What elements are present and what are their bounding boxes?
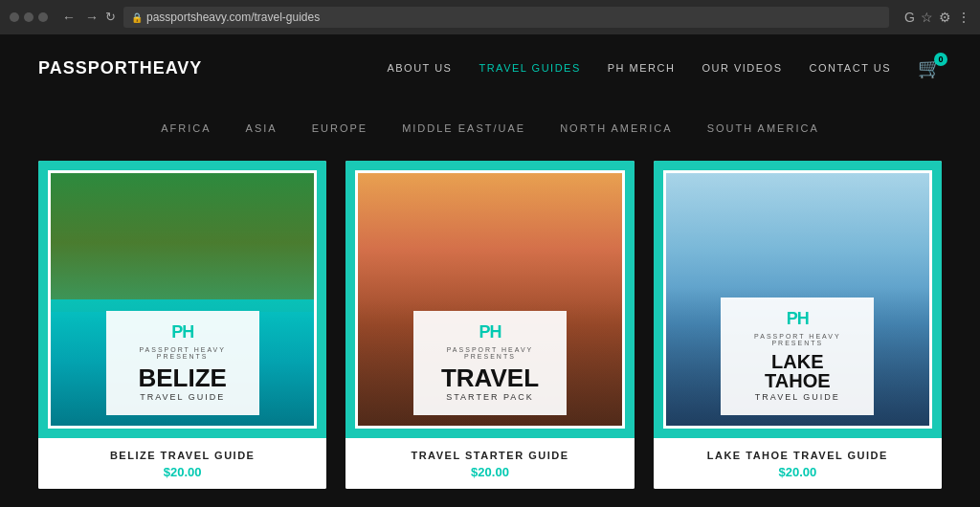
nav-ph-merch[interactable]: PH MERCH — [608, 62, 676, 74]
browser-nav-buttons[interactable]: ← → ↻ — [59, 10, 116, 25]
card-name-tahoe: LAKE TAHOE TRAVEL GUIDE — [663, 450, 932, 461]
url-bar[interactable]: 🔒 passportsheavy.com/travel-guides — [123, 7, 889, 28]
nav-contact-us[interactable]: CONTACT US — [810, 62, 892, 74]
ph-logo-travel: PH — [433, 322, 547, 342]
card-bottom-tahoe: LAKE TAHOE TRAVEL GUIDE $20.00 — [654, 438, 942, 489]
site-nav: ABOUT US TRAVEL GUIDES PH MERCH OUR VIDE… — [387, 56, 942, 79]
bookmark-icon[interactable]: ☆ — [921, 10, 933, 25]
reload-button[interactable]: ↻ — [105, 10, 116, 25]
cat-north-america[interactable]: NORTH AMERICA — [560, 122, 672, 134]
ph-symbol-travel: PH — [479, 322, 501, 342]
logo-suffix: HEAVY — [140, 58, 203, 77]
card-title-tahoe: LAKE TAHOE — [740, 352, 855, 390]
product-card-travel[interactable]: PH PASSPORT HEAVY PRESENTS TRAVEL STARTE… — [345, 161, 634, 489]
cart-badge: 0 — [934, 53, 947, 66]
site-header: PASSPORTHEAVY ABOUT US TRAVEL GUIDES PH … — [0, 34, 980, 101]
presents-text-belize: PASSPORT HEAVY PRESENTS — [125, 346, 240, 360]
card-title-belize: BELIZE — [125, 365, 240, 390]
card-bottom-travel: TRAVEL STARTER GUIDE $20.00 — [345, 438, 634, 489]
card-subtitle-tahoe: TRAVEL GUIDE — [740, 392, 855, 402]
card-title-travel: TRAVEL — [433, 365, 547, 390]
presents-text-tahoe: PASSPORT HEAVY PRESENTS — [740, 333, 855, 346]
category-nav: AFRICA ASIA EUROPE MIDDLE EAST/UAE NORTH… — [0, 101, 980, 151]
cat-asia[interactable]: ASIA — [246, 122, 278, 134]
forward-button[interactable]: → — [82, 10, 101, 25]
products-grid: PH PASSPORT HEAVY PRESENTS BELIZE TRAVEL… — [38, 161, 942, 489]
menu-icon[interactable]: ⋮ — [957, 10, 970, 25]
back-button[interactable]: ← — [59, 10, 78, 25]
card-cover-belize: PH PASSPORT HEAVY PRESENTS BELIZE TRAVEL… — [38, 161, 326, 438]
google-icon: G — [904, 10, 915, 25]
card-price-belize: $20.00 — [48, 465, 317, 479]
card-subtitle-travel: STARTER PACK — [433, 392, 547, 402]
product-card-belize[interactable]: PH PASSPORT HEAVY PRESENTS BELIZE TRAVEL… — [38, 161, 326, 489]
cat-europe[interactable]: EUROPE — [312, 122, 368, 134]
cart-button[interactable]: 🛒 0 — [918, 56, 942, 79]
ph-symbol: PH — [171, 322, 193, 342]
lock-icon: 🔒 — [131, 12, 143, 23]
site-logo[interactable]: PASSPORTHEAVY — [38, 58, 202, 78]
presents-text-travel: PASSPORT HEAVY PRESENTS — [433, 346, 547, 360]
products-section: PH PASSPORT HEAVY PRESENTS BELIZE TRAVEL… — [0, 151, 980, 507]
card-info-box-travel: PH PASSPORT HEAVY PRESENTS TRAVEL STARTE… — [413, 311, 567, 415]
card-cover-travel: PH PASSPORT HEAVY PRESENTS TRAVEL STARTE… — [345, 161, 634, 438]
card-price-tahoe: $20.00 — [663, 465, 932, 479]
ph-logo-belize: PH — [125, 322, 240, 342]
product-card-tahoe[interactable]: PH PASSPORT HEAVY PRESENTS LAKE TAHOE TR… — [654, 161, 942, 489]
card-cover-tahoe: PH PASSPORT HEAVY PRESENTS LAKE TAHOE TR… — [654, 161, 942, 438]
logo-prefix: PASSPORT — [38, 58, 140, 77]
card-info-box-belize: PH PASSPORT HEAVY PRESENTS BELIZE TRAVEL… — [106, 311, 259, 415]
card-info-box-tahoe: PH PASSPORT HEAVY PRESENTS LAKE TAHOE TR… — [721, 298, 874, 415]
browser-chrome: ← → ↻ 🔒 passportsheavy.com/travel-guides… — [0, 0, 980, 34]
cat-africa[interactable]: AFRICA — [161, 122, 211, 134]
url-text: passportsheavy.com/travel-guides — [146, 11, 320, 24]
extensions-icon[interactable]: ⚙ — [939, 10, 951, 25]
nav-our-videos[interactable]: OUR VIDEOS — [702, 62, 782, 74]
nav-about-us[interactable]: ABOUT US — [387, 62, 452, 74]
ph-logo-tahoe: PH — [740, 309, 855, 329]
cat-south-america[interactable]: SOUTH AMERICA — [707, 122, 819, 134]
card-bottom-belize: BELIZE TRAVEL GUIDE $20.00 — [38, 438, 326, 489]
browser-dots — [10, 12, 48, 22]
nav-travel-guides[interactable]: TRAVEL GUIDES — [479, 62, 580, 74]
cat-middle-east[interactable]: MIDDLE EAST/UAE — [402, 122, 525, 134]
card-name-travel: TRAVEL STARTER GUIDE — [355, 450, 624, 461]
card-name-belize: BELIZE TRAVEL GUIDE — [48, 450, 317, 461]
card-subtitle-belize: TRAVEL GUIDE — [125, 392, 240, 402]
ph-symbol-tahoe: PH — [787, 309, 809, 329]
browser-toolbar: G ☆ ⚙ ⋮ — [904, 10, 970, 25]
card-price-travel: $20.00 — [355, 465, 624, 479]
